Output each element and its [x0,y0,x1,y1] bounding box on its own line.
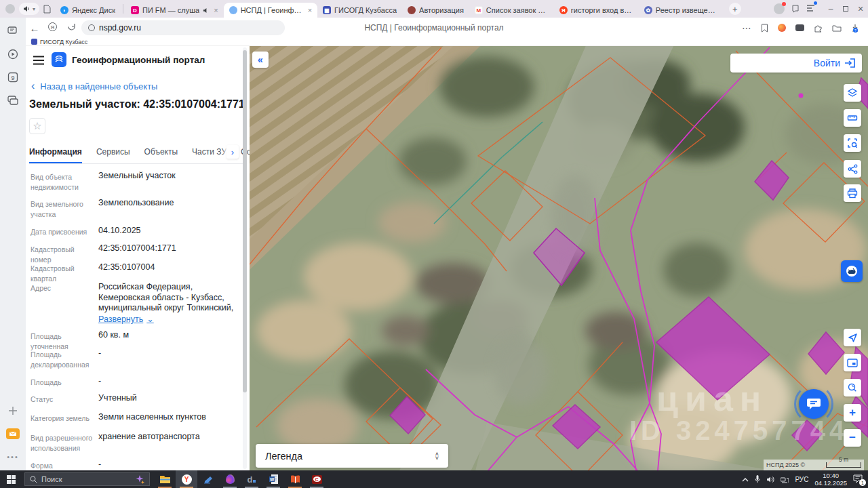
yandex-disk-icon: ◗ [60,6,68,14]
login-button[interactable]: Войти [730,54,862,73]
field-label: Дата присвоения [31,227,97,237]
back-chevron-icon: ‹ [31,80,35,92]
search-coordinates-button[interactable] [844,379,861,396]
tab-separator [123,4,123,14]
tab-speaker-icon[interactable] [203,7,209,14]
chat-button[interactable] [799,389,829,419]
bookmark-flag-icon[interactable] [761,24,768,33]
tab-close-button[interactable]: × [214,6,218,14]
profile-avatar[interactable] [5,4,15,14]
language-indicator[interactable]: РУС [795,476,808,483]
url-field[interactable]: nspd.gov.ru [81,20,285,35]
tab-audio-pill[interactable]: ▾ [19,3,39,15]
expand-address-link[interactable]: Развернуть⌄ [98,314,244,325]
favorite-star-button[interactable]: ☆ [29,118,45,134]
print-button[interactable] [844,184,861,202]
taskbar-search-input[interactable]: Поиск [24,472,150,486]
tab-pifm[interactable]: D ПИ FM — слуша × [125,3,224,18]
new-tab-button[interactable]: + [729,3,741,15]
collections-icon[interactable] [795,24,804,31]
menu-button[interactable] [33,56,45,68]
basemap-switch-button[interactable] [841,260,863,282]
taskbar-paint-drop-app[interactable] [219,470,241,488]
layers-button[interactable] [844,84,861,102]
tab-services[interactable]: Сервисы [96,143,130,163]
back-to-results-link[interactable]: ‹ Назад в найденные объекты [31,80,157,92]
clock[interactable]: 10:40 04.12.2025 [814,472,847,487]
yandex-page-icon[interactable]: Я [47,22,58,35]
field-value: - [98,348,244,359]
sidebar-panel-icon[interactable] [806,3,815,15]
dialogs-icon[interactable] [791,5,800,13]
tab-zayavki[interactable]: M Список заявок — Тех [469,3,554,18]
tab-parts[interactable]: Части ЗУ [192,143,226,163]
tabs-scroll-right-button[interactable]: › [226,145,239,159]
refresh-button[interactable] [67,22,76,34]
taskbar-word[interactable]: W [262,470,284,488]
tab-gistorgi[interactable]: Я гисторги вход в личн [554,3,639,18]
field-label: Вид объекта недвижимости [31,172,97,192]
window-minimize-button[interactable]: – [823,4,838,14]
tab-gisogd[interactable]: ▦ ГИСОГД Кузбасса [317,3,402,18]
tray-expand-icon[interactable] [742,477,749,482]
minimap-button[interactable] [844,354,861,371]
sync-avatar[interactable] [774,3,785,14]
panel-scrollbar-thumb[interactable] [243,50,247,392]
chat-sidebar-icon[interactable] [6,24,20,38]
pinned-tab-yandex-disk[interactable]: ◗ Яндекс Диск [55,3,121,18]
downloads-icon[interactable]: ? [851,24,859,32]
browser-addressbar: ← Я nspd.gov.ru ⋯ ? [0,18,868,38]
microphone-icon[interactable] [755,475,760,483]
zoom-out-button[interactable]: − [844,429,861,447]
window-close-button[interactable]: × [853,3,868,14]
bookmark-gisogd[interactable]: ГИСОГД Кузбасс [31,39,87,45]
taskbar-file-explorer[interactable] [154,470,176,488]
area-search-button[interactable] [844,134,861,152]
locate-me-button[interactable] [844,329,861,346]
more-sidebar-icon[interactable]: ••• [6,450,20,464]
taskbar-directum-app[interactable]: d [241,470,262,488]
tab-information[interactable]: Информация [29,143,82,163]
network-icon[interactable] [781,476,789,483]
video-sidebar-icon[interactable] [6,47,20,61]
protect-icon[interactable] [778,24,786,32]
legend-dropdown[interactable]: Легенда ˄˅ [256,444,448,468]
scale-label: 5 m [827,456,861,463]
collapse-panel-button[interactable]: « [252,52,269,68]
taskbar-blue-app[interactable] [197,470,219,488]
add-sidebar-icon[interactable] [6,404,20,418]
taskbar-yandex-browser[interactable]: Y [176,470,197,488]
taskbar-consultant-app[interactable]: C [306,470,328,488]
search-placeholder: Поиск [41,475,62,483]
tab-label: Список заявок — Тех [486,6,549,14]
share-button[interactable] [844,160,861,178]
overflow-menu-icon[interactable]: ⋯ [742,22,751,33]
taskbar-book-app[interactable] [284,470,306,488]
tab-reestr[interactable]: ✿ Реестр извещений [639,3,724,18]
new-doc-icon[interactable] [43,5,51,14]
tabs-sidebar-icon[interactable] [6,94,20,107]
tab-objects[interactable]: Объекты [144,143,178,163]
neuro-sidebar-icon[interactable]: 9 [6,70,20,84]
zoom-in-button[interactable]: + [844,404,861,422]
tab-close-button[interactable]: × [308,6,312,14]
login-label: Войти [814,58,840,68]
volume-icon[interactable] [766,476,774,483]
chevron-down-icon: ⌄ [146,314,153,325]
site-badge-icon [88,24,95,31]
window-restore-button[interactable] [838,4,853,14]
mail-sidebar-icon[interactable] [6,427,20,441]
extensions-icon[interactable] [814,24,823,33]
tab-authorization[interactable]: Авторизация [402,3,469,18]
start-button[interactable] [0,470,22,488]
field-value: Земельный участок [98,171,244,182]
ruler-button[interactable] [844,109,861,127]
back-button[interactable]: ← [26,22,43,34]
bookmark-label: ГИСОГД Кузбасс [40,39,87,45]
folder-icon[interactable] [832,24,842,32]
tab-nspd-active[interactable]: НСПД | Геоинформ × [224,3,317,18]
notification-center[interactable]: 1 [853,474,863,484]
map-canvas[interactable]: циан ID 324757744 « Войти [250,46,868,470]
field-label: Кадастровый квартал [31,264,97,284]
field-label: Категория земель [31,413,97,424]
